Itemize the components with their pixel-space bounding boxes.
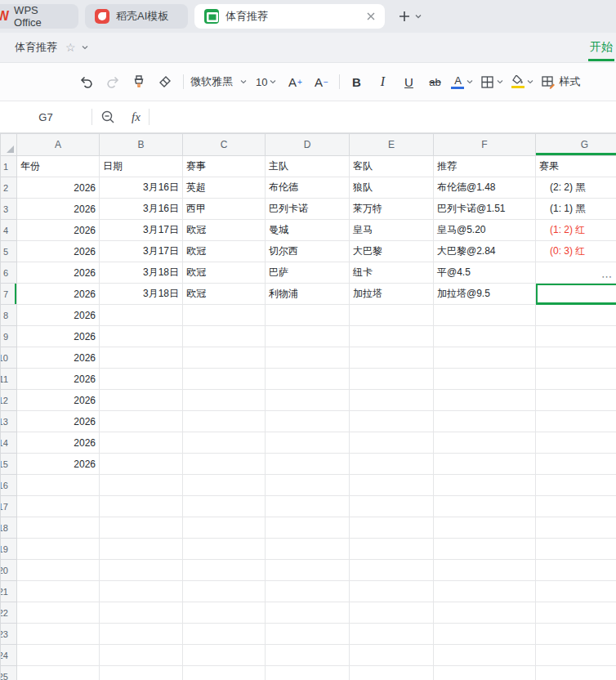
row-header[interactable]: 7: [1, 284, 17, 305]
cell[interactable]: 赛果: [536, 156, 616, 177]
cell[interactable]: 巴列卡诺@1.51: [434, 199, 536, 220]
cell[interactable]: [536, 560, 616, 581]
cell[interactable]: [536, 326, 616, 347]
cell[interactable]: [100, 581, 183, 602]
cell[interactable]: [536, 645, 616, 666]
cell[interactable]: [17, 539, 100, 560]
cell[interactable]: [266, 411, 350, 432]
cell[interactable]: 欧冠: [183, 220, 266, 241]
cell[interactable]: [434, 305, 536, 326]
cell[interactable]: 大巴黎: [350, 241, 434, 262]
row-header[interactable]: 21: [1, 581, 17, 602]
cell[interactable]: [100, 666, 183, 680]
tab-sports-recommend[interactable]: 体育推荐: [194, 4, 385, 29]
row-header[interactable]: 12: [1, 390, 17, 411]
cell[interactable]: [434, 432, 536, 454]
cell[interactable]: 3月17日: [100, 241, 183, 262]
increase-font-button[interactable]: A+: [285, 70, 305, 93]
cell[interactable]: 2026: [17, 432, 100, 454]
ribbon-tab-home[interactable]: 开始: [588, 33, 616, 62]
cell[interactable]: [434, 602, 536, 624]
row-header[interactable]: 8: [1, 305, 17, 326]
cell[interactable]: 2026: [17, 326, 100, 347]
column-header-a[interactable]: A: [17, 134, 100, 156]
select-all-corner[interactable]: [1, 134, 17, 156]
cell[interactable]: 2026: [17, 284, 100, 305]
cell[interactable]: [434, 666, 536, 680]
row-header[interactable]: 11: [1, 369, 17, 390]
cell[interactable]: [183, 581, 266, 602]
cell[interactable]: [350, 496, 434, 517]
cell[interactable]: [266, 369, 350, 390]
cell[interactable]: [266, 645, 350, 666]
cell[interactable]: 欧冠: [183, 262, 266, 284]
cell[interactable]: [100, 411, 183, 432]
cell[interactable]: [100, 496, 183, 517]
formula-input[interactable]: [150, 101, 616, 132]
cell[interactable]: 巴列卡诺: [266, 199, 350, 220]
format-painter-button[interactable]: [129, 70, 149, 93]
cell[interactable]: 3月18日: [100, 284, 183, 305]
cell[interactable]: [17, 602, 100, 624]
new-tab-button[interactable]: [398, 10, 422, 23]
cell[interactable]: [350, 390, 434, 411]
column-header-g[interactable]: G: [536, 134, 616, 156]
cell[interactable]: [536, 347, 616, 369]
cell[interactable]: 西甲: [183, 199, 266, 220]
cell[interactable]: (2: 2) 黑: [536, 177, 616, 199]
cell[interactable]: (1: 1) 黑: [536, 199, 616, 220]
cell[interactable]: [100, 602, 183, 624]
eraser-button[interactable]: [155, 70, 175, 93]
cell[interactable]: [183, 475, 266, 496]
cell[interactable]: [266, 602, 350, 624]
cell[interactable]: [434, 369, 536, 390]
cell[interactable]: [183, 369, 266, 390]
cell[interactable]: [350, 517, 434, 539]
row-header[interactable]: 9: [1, 326, 17, 347]
cell[interactable]: [434, 581, 536, 602]
cell[interactable]: 年份: [17, 156, 100, 177]
cell[interactable]: [536, 624, 616, 645]
cell[interactable]: [434, 411, 536, 432]
cell[interactable]: 客队: [350, 156, 434, 177]
row-header[interactable]: 13: [1, 411, 17, 432]
cell[interactable]: [266, 326, 350, 347]
cell[interactable]: [100, 432, 183, 454]
cell[interactable]: 2026: [17, 369, 100, 390]
cell[interactable]: [183, 560, 266, 581]
undo-button[interactable]: [77, 70, 96, 93]
cell[interactable]: [350, 475, 434, 496]
cell[interactable]: [100, 645, 183, 666]
cell[interactable]: [266, 560, 350, 581]
cell[interactable]: [266, 517, 350, 539]
cell[interactable]: [17, 624, 100, 645]
cell[interactable]: [183, 645, 266, 666]
bold-button[interactable]: B: [346, 70, 366, 93]
cell[interactable]: [17, 581, 100, 602]
tab-docer-templates[interactable]: 稻壳AI模板: [85, 4, 188, 29]
font-color-button[interactable]: A: [451, 70, 474, 93]
cell[interactable]: 2026: [17, 199, 100, 220]
cell[interactable]: (1: 2) 红: [536, 220, 616, 241]
cell[interactable]: [536, 432, 616, 454]
cell[interactable]: [350, 411, 434, 432]
cell[interactable]: [536, 411, 616, 432]
cell[interactable]: 2026: [17, 454, 100, 475]
cell[interactable]: 大巴黎@2.84: [434, 241, 536, 262]
cell[interactable]: [100, 560, 183, 581]
cell[interactable]: 推荐: [434, 156, 536, 177]
row-header[interactable]: 15: [1, 454, 17, 475]
cell[interactable]: [17, 517, 100, 539]
cell[interactable]: [266, 666, 350, 680]
row-header[interactable]: 3: [1, 199, 17, 220]
cell[interactable]: [536, 369, 616, 390]
cell[interactable]: [350, 305, 434, 326]
cell[interactable]: [183, 305, 266, 326]
cell[interactable]: [434, 624, 536, 645]
row-header[interactable]: 22: [1, 602, 17, 624]
cell[interactable]: [536, 454, 616, 475]
cell[interactable]: [350, 326, 434, 347]
cell[interactable]: [183, 347, 266, 369]
row-header[interactable]: 14: [1, 432, 17, 454]
row-header[interactable]: 2: [1, 177, 17, 199]
